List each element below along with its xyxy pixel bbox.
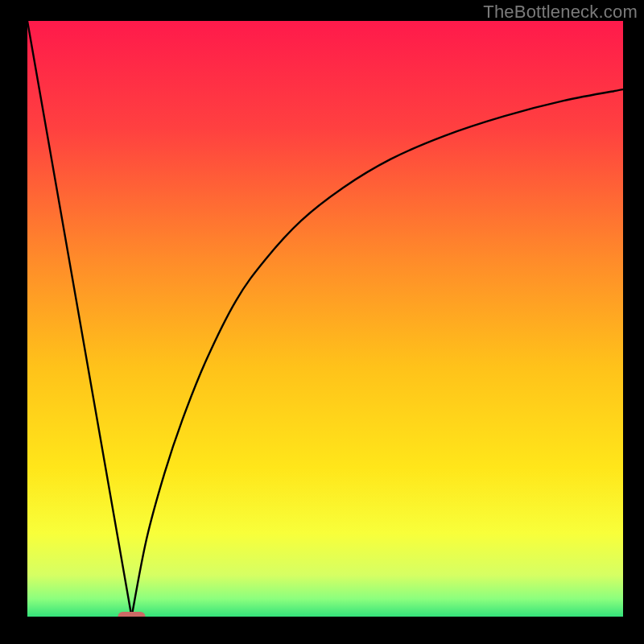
- watermark-text: TheBottleneck.com: [483, 2, 638, 23]
- bottleneck-plot: [27, 21, 623, 617]
- marker-layer: [118, 612, 146, 617]
- plot-svg: [27, 21, 623, 617]
- chart-frame: TheBottleneck.com: [0, 0, 644, 644]
- notch-marker: [118, 612, 146, 617]
